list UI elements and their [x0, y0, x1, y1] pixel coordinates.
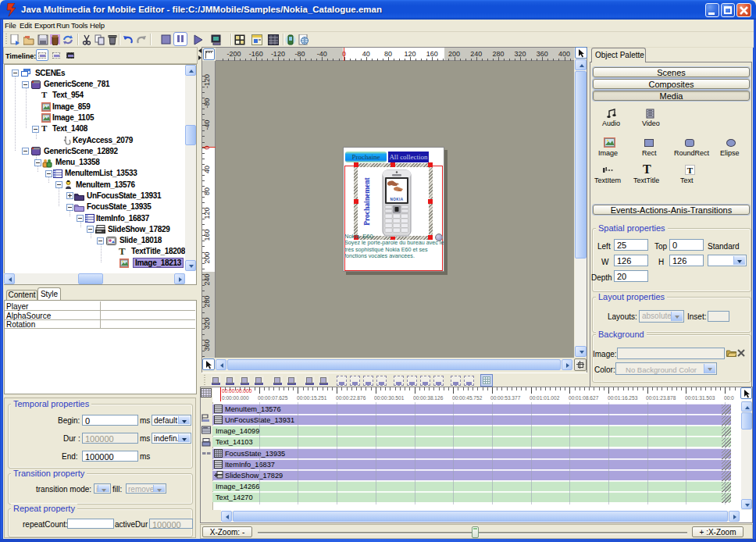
svg-text:NOKIA: NOKIA: [390, 198, 404, 201]
